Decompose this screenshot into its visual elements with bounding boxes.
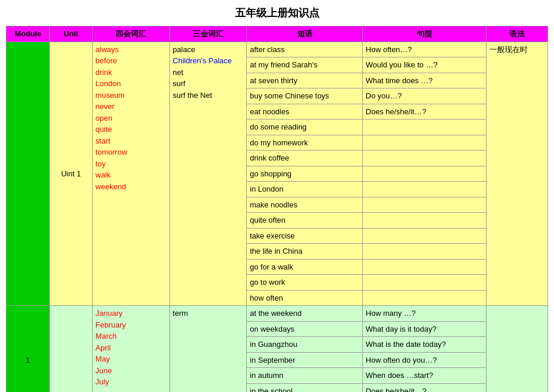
phrase-cell: in autumn (247, 368, 363, 384)
phrase-cell: at the weekend (247, 306, 363, 322)
vocab-word: quite (96, 125, 112, 134)
phrase-cell: quite often (247, 213, 363, 229)
sentence-cell (362, 244, 486, 260)
phrase-cell: make noodles (247, 197, 363, 213)
sentence-cell (362, 197, 486, 213)
vocab-word: surf the Net (173, 91, 212, 100)
page-title: 五年级上册知识点 (6, 6, 548, 20)
four-vocab-cell-unit1: always before drink London museum never … (92, 42, 169, 306)
vocab-word: never (96, 102, 115, 111)
sentence-cell (362, 275, 486, 291)
phrase-cell: the life in China (247, 244, 363, 260)
phrase-cell: in the school (247, 383, 363, 392)
sentence-cell: How often do you…? (362, 352, 486, 368)
header-grammar: 语法 (486, 26, 548, 42)
sentence-cell: Would you like to …? (362, 57, 486, 73)
sentence-cell: Do you…? (362, 88, 486, 104)
table-row: 1 January February March April May June … (6, 306, 548, 322)
header-sentences: 句型 (362, 26, 486, 42)
phrase-cell: drink coffee (247, 151, 363, 166)
sentence-cell: What is the date today? (362, 337, 486, 353)
vocab-word: January (96, 309, 123, 318)
sentence-cell (362, 290, 486, 306)
vocab-word: toy (96, 159, 106, 168)
vocab-word: open (96, 114, 113, 122)
header-phrases: 短语 (247, 26, 363, 42)
grammar-cell-unit2 (486, 306, 548, 393)
sentence-cell (362, 120, 486, 135)
phrase-cell: in London (247, 182, 363, 197)
sentence-cell: How often…? (362, 42, 486, 57)
sentence-cell (362, 151, 486, 166)
vocab-word: Children's Palace (173, 56, 232, 65)
grammar-cell-unit1: 一般现在时 (486, 42, 548, 306)
vocab-word: surf (173, 79, 186, 88)
sentence-cell: What time does …? (362, 73, 486, 88)
sentence-cell: What day is it today? (362, 321, 486, 337)
sentence-cell: Does he/she/it…? (362, 104, 486, 120)
sentence-cell (362, 182, 486, 197)
table-header-row: Module Unit 四会词汇 三会词汇 短语 句型 语法 (6, 26, 548, 42)
phrase-cell: at seven thirty (247, 73, 363, 88)
sentence-cell (362, 213, 486, 229)
vocab-word: net (173, 68, 183, 77)
vocab-word: start (96, 137, 110, 145)
three-vocab-cell-unit1: palace Children's Palace net surf surf t… (169, 42, 247, 306)
vocab-word: March (96, 332, 117, 340)
phrase-cell: after class (247, 42, 363, 57)
vocab-word: drink (96, 68, 112, 77)
vocab-word: museum (96, 91, 125, 100)
phrase-cell: do some reading (247, 120, 363, 135)
sentence-cell: Does he/she/it…? (362, 383, 486, 392)
module-cell-1: 1 (6, 306, 50, 393)
phrase-cell: go for a walk (247, 259, 363, 275)
header-unit: Unit (50, 26, 92, 42)
sentence-cell (362, 228, 486, 244)
sentence-cell: How many …? (362, 306, 486, 322)
knowledge-table: Module Unit 四会词汇 三会词汇 短语 句型 语法 Uint 1 al… (6, 26, 548, 392)
vocab-word: palace (173, 45, 195, 54)
four-vocab-cell-unit2: January February March April May June Ju… (92, 306, 169, 393)
vocab-word: term (173, 309, 188, 318)
phrase-cell: do my homework (247, 135, 363, 151)
phrase-cell: in September (247, 352, 363, 368)
vocab-word: July (96, 377, 109, 386)
phrase-cell: go to work (247, 275, 363, 291)
phrase-cell: how often (247, 290, 363, 306)
unit-cell-unit2 (50, 306, 92, 393)
phrase-cell: on weekdays (247, 321, 363, 337)
vocab-word: walk (96, 171, 111, 179)
vocab-word: always (96, 45, 119, 54)
module-cell-unit1 (6, 42, 50, 306)
phrase-cell: eat noodles (247, 104, 363, 120)
phrase-cell: at my friend Sarah's (247, 57, 363, 73)
phrase-cell: take exercise (247, 228, 363, 244)
header-module: Module (6, 26, 50, 42)
vocab-word: June (96, 366, 112, 375)
header-four-vocab: 四会词汇 (92, 26, 169, 42)
table-row: Uint 1 always before drink London museum… (6, 42, 548, 57)
phrase-cell: in Guangzhou (247, 337, 363, 353)
sentence-cell (362, 259, 486, 275)
vocab-word: weekend (96, 182, 126, 191)
phrase-cell: buy some Chinese toys (247, 88, 363, 104)
vocab-word: May (96, 354, 110, 363)
vocab-word: London (96, 79, 121, 88)
phrase-cell: go shopping (247, 166, 363, 182)
vocab-word: tomorrow (96, 148, 127, 156)
vocab-word: before (96, 56, 117, 65)
vocab-word: February (96, 321, 126, 329)
header-three-vocab: 三会词汇 (169, 26, 247, 42)
sentence-cell (362, 135, 486, 151)
unit-cell-unit1: Uint 1 (50, 42, 92, 306)
vocab-word: April (96, 343, 111, 352)
three-vocab-cell-unit2: term (169, 306, 247, 393)
sentence-cell: When does …start? (362, 368, 486, 384)
sentence-cell (362, 166, 486, 182)
